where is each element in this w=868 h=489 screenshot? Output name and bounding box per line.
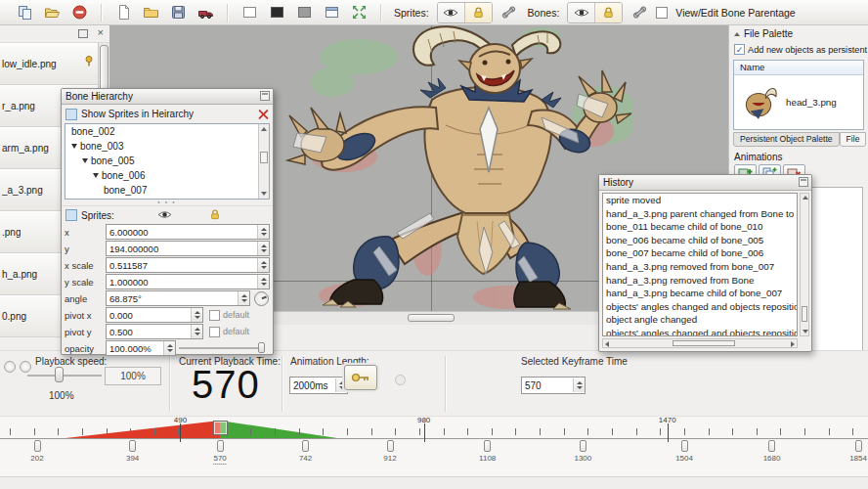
- new-file-icon[interactable]: [112, 3, 134, 22]
- history-item[interactable]: sprite moved: [603, 194, 797, 207]
- sprite-lock-button[interactable]: [209, 208, 221, 223]
- bone-tree-item[interactable]: bone_003: [65, 139, 269, 154]
- playback-speed-handle[interactable]: [55, 367, 64, 382]
- opacity-input[interactable]: 100.000%: [106, 340, 176, 356]
- pivot-y-input[interactable]: 0.500: [106, 324, 203, 339]
- step-forward-button[interactable]: [20, 361, 31, 373]
- keyframe-marker[interactable]: [302, 440, 309, 452]
- tab-file-palette[interactable]: File: [840, 132, 867, 147]
- sprites-eye-button[interactable]: [438, 3, 464, 22]
- default-checkbox[interactable]: [209, 310, 220, 321]
- keyframe-marker[interactable]: [217, 440, 224, 452]
- bones-eye-button[interactable]: [568, 3, 594, 22]
- playback-speed-box[interactable]: 100%: [105, 367, 161, 385]
- bone-hierarchy-titlebar[interactable]: Bone Hierarchy: [62, 89, 273, 105]
- history-item[interactable]: hand_a_3.png parent changed from Bone to…: [603, 207, 797, 221]
- history-vertical-scrollbar[interactable]: [800, 193, 809, 336]
- parentage-checkbox[interactable]: [656, 7, 668, 19]
- spinner-buttons[interactable]: [573, 378, 585, 392]
- pivot-x-input[interactable]: 0.000: [106, 307, 203, 323]
- close-panel-icon[interactable]: ×: [98, 26, 104, 38]
- keyframe-marker[interactable]: [580, 440, 586, 452]
- x-scale-input[interactable]: 0.511587: [106, 257, 270, 273]
- bone-tree-item[interactable]: bone_005: [65, 154, 269, 168]
- history-item[interactable]: objects' angles changed and objects repo…: [603, 300, 797, 314]
- default-checkbox[interactable]: [209, 327, 220, 337]
- bones-lock-button[interactable]: [594, 3, 622, 22]
- bone-tree-scrollbar[interactable]: [258, 124, 269, 199]
- keyframe-button[interactable]: [344, 365, 377, 390]
- spinner-buttons[interactable]: [257, 242, 269, 255]
- keyframe-marker[interactable]: [768, 440, 775, 452]
- playhead[interactable]: [213, 421, 228, 435]
- secondary-timeline-strip[interactable]: [0, 476, 868, 489]
- folder-icon[interactable]: [140, 3, 161, 22]
- x-input[interactable]: 6.000000: [106, 224, 270, 240]
- copy-pages-icon[interactable]: [14, 3, 35, 22]
- collapse-icon[interactable]: [734, 32, 740, 36]
- float-panel-icon[interactable]: [78, 29, 88, 38]
- history-item[interactable]: hand_a_3.png became child of bone_007: [603, 287, 797, 300]
- bone-tree-item[interactable]: bone_007: [65, 183, 269, 198]
- history-window[interactable]: History sprite movedhand_a_3.png parent …: [598, 174, 812, 352]
- white-canvas-icon[interactable]: [239, 3, 260, 22]
- save-icon[interactable]: [167, 3, 189, 22]
- playback-speed-slider[interactable]: [27, 375, 102, 377]
- window-icon[interactable]: [321, 3, 342, 22]
- keyframe-time-input[interactable]: 570: [521, 377, 586, 394]
- spinner-buttons[interactable]: [257, 225, 269, 239]
- tree-expander-icon[interactable]: [93, 173, 99, 178]
- animation-length-input[interactable]: 2000ms: [289, 377, 348, 394]
- black-canvas-icon[interactable]: [266, 3, 287, 22]
- keyframe-marker[interactable]: [387, 440, 394, 452]
- delete-bone-icon[interactable]: [258, 109, 269, 119]
- dock-window-icon[interactable]: [260, 91, 270, 101]
- angle-dial[interactable]: [254, 291, 269, 306]
- angle-input[interactable]: 68.875°: [106, 290, 250, 306]
- spinner-buttons[interactable]: [257, 275, 269, 289]
- history-titlebar[interactable]: History: [599, 175, 811, 191]
- spinner-buttons[interactable]: [191, 308, 202, 322]
- history-horizontal-scrollbar[interactable]: [602, 338, 798, 348]
- opacity-slider[interactable]: [179, 341, 267, 355]
- spinner-buttons[interactable]: [238, 291, 249, 305]
- canvas-scrollbar-handle[interactable]: [408, 314, 455, 322]
- keyframe-marker[interactable]: [484, 440, 491, 452]
- keyframe-marker[interactable]: [129, 440, 136, 452]
- spinner-buttons[interactable]: [191, 325, 202, 338]
- tree-expander-icon[interactable]: [71, 144, 77, 149]
- fit-screen-icon[interactable]: [348, 3, 369, 22]
- remove-icon[interactable]: [68, 3, 90, 22]
- sprites-lock-button[interactable]: [464, 3, 492, 22]
- y-input[interactable]: 194.000000: [106, 241, 270, 256]
- pin-icon[interactable]: [84, 53, 94, 70]
- show-sprites-checkbox[interactable]: [65, 109, 77, 120]
- timeline-ruler[interactable]: 4909801470202394570742912110813001504168…: [0, 416, 868, 477]
- history-item[interactable]: hand_a_3.png removed from Bone: [603, 274, 797, 288]
- y-scale-input[interactable]: 1.000000: [106, 274, 270, 289]
- history-item[interactable]: bone_011 became child of bone_010: [603, 220, 797, 234]
- open-folder-icon[interactable]: [41, 3, 63, 22]
- tab-persistent-object-palette[interactable]: Persistent Object Palette: [733, 132, 840, 147]
- spinner-buttons[interactable]: [163, 341, 175, 355]
- bone-hierarchy-window[interactable]: Bone Hierarchy Show Sprites in Heirarchy…: [61, 88, 274, 355]
- bone-tree-item[interactable]: bone_002: [65, 124, 269, 139]
- sprite-eye-button[interactable]: [157, 209, 172, 222]
- step-back-button[interactable]: [4, 361, 16, 373]
- export-icon[interactable]: [195, 3, 216, 22]
- history-item[interactable]: hand_a_3.png removed from bone_007: [603, 260, 797, 274]
- history-item[interactable]: bone_006 became child of bone_005: [603, 234, 797, 247]
- history-item[interactable]: bone_007 became child of bone_006: [603, 246, 797, 260]
- keyframe-marker[interactable]: [681, 440, 688, 452]
- gray-canvas-icon[interactable]: [293, 3, 315, 22]
- spinner-buttons[interactable]: [257, 258, 269, 272]
- name-column-header[interactable]: Name: [734, 61, 863, 75]
- history-item[interactable]: objects' angles changed and objects repo…: [603, 327, 797, 336]
- bone-tree-item[interactable]: bone_006: [65, 168, 269, 183]
- history-item[interactable]: object angle changed: [603, 313, 797, 327]
- keyframe-marker[interactable]: [855, 440, 862, 452]
- tree-expander-icon[interactable]: [82, 158, 88, 163]
- persistent-checkbox[interactable]: ✓: [734, 44, 745, 55]
- keyframe-marker[interactable]: [34, 440, 41, 452]
- file-table-row[interactable]: head_3.png: [734, 75, 863, 129]
